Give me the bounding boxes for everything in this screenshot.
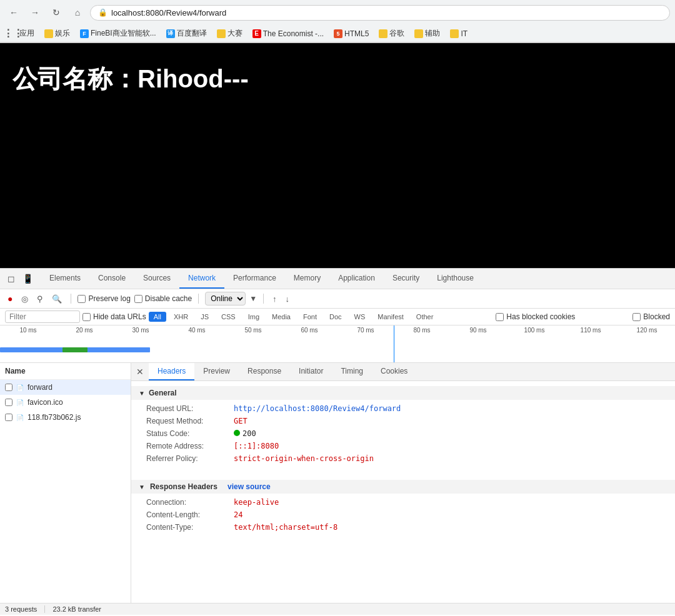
device-mode-button[interactable]: 📱 <box>20 272 36 285</box>
apps-icon: ⋮⋮ <box>9 29 18 38</box>
detail-tab-preview[interactable]: Preview <box>194 363 239 380</box>
preserve-log-text: Preserve log <box>88 294 130 303</box>
forward-button[interactable]: → <box>26 4 44 21</box>
tab-lighthouse[interactable]: Lighthouse <box>428 269 482 289</box>
record-button[interactable]: ● <box>5 292 15 305</box>
response-headers-header[interactable]: ▼ Response Headers view source <box>131 480 675 494</box>
bookmark-google[interactable]: 谷歌 <box>375 27 408 40</box>
file-checkbox-forward[interactable] <box>5 384 12 391</box>
file-checkbox-favicon[interactable] <box>5 399 12 406</box>
filter-other[interactable]: Other <box>411 312 439 322</box>
status-dot <box>234 430 240 436</box>
status-code-row: Status Code: 200 <box>146 427 668 440</box>
filter-js[interactable]: JS <box>196 312 214 322</box>
hide-data-urls-checkbox[interactable] <box>82 313 91 321</box>
bookmark-contest[interactable]: 大赛 <box>213 27 246 40</box>
bookmark-html5-label: HTML5 <box>344 29 369 38</box>
view-source-link[interactable]: view source <box>228 482 271 491</box>
preserve-log-label[interactable]: Preserve log <box>78 294 130 303</box>
request-url-value: http://localhost:8080/Review4/forward <box>234 404 401 413</box>
detail-tab-response[interactable]: Response <box>239 363 290 380</box>
tab-network[interactable]: Network <box>179 269 224 289</box>
browser-chrome: ← → ↻ ⌂ 🔒 localhost:8080/Review4/forward… <box>0 0 675 43</box>
tab-application[interactable]: Application <box>329 269 384 289</box>
home-button[interactable]: ⌂ <box>69 4 86 21</box>
bookmark-apps[interactable]: ⋮⋮ 应用 <box>5 27 38 40</box>
lock-icon: 🔒 <box>98 8 108 17</box>
detail-tab-cookies[interactable]: Cookies <box>372 363 416 380</box>
network-toolbar: ● ◎ ⚲ 🔍 Preserve log Disable cache Onlin… <box>0 289 675 309</box>
bookmark-apps-label: 应用 <box>19 28 34 39</box>
has-blocked-checkbox[interactable] <box>496 313 504 321</box>
search-button[interactable]: 🔍 <box>49 293 64 305</box>
bookmark-it[interactable]: IT <box>446 28 471 39</box>
blocked-checkbox[interactable] <box>632 313 641 321</box>
content-length-value: 24 <box>234 510 242 519</box>
tab-console[interactable]: Console <box>89 269 134 289</box>
export-button[interactable]: ↓ <box>283 293 292 305</box>
tab-performance[interactable]: Performance <box>224 269 285 289</box>
filter-font[interactable]: Font <box>298 312 322 322</box>
filter-doc[interactable]: Doc <box>324 312 347 322</box>
tl-80ms: 80 ms <box>394 327 450 334</box>
tab-security[interactable]: Security <box>384 269 428 289</box>
filter-xhr[interactable]: XHR <box>169 312 193 322</box>
tab-sources[interactable]: Sources <box>134 269 179 289</box>
bookmark-entertainment[interactable]: 娱乐 <box>41 27 74 40</box>
file-list: Name 📄 forward 📄 favicon.ico 📄 118.fb73b… <box>0 363 131 603</box>
reload-button[interactable]: ↻ <box>48 4 65 21</box>
bookmark-google-label: 谷歌 <box>389 28 404 39</box>
content-type-value: text/html;charset=utf-8 <box>234 523 338 532</box>
detail-tab-headers[interactable]: Headers <box>149 363 194 380</box>
has-blocked-text: Has blocked cookies <box>506 312 575 321</box>
bookmarks-bar: ⋮⋮ 应用 娱乐 F FineBI商业智能软... 译 百度翻译 大赛 E Th… <box>0 25 675 42</box>
import-button[interactable]: ↑ <box>270 293 279 305</box>
file-checkbox-js[interactable] <box>5 414 12 421</box>
hide-data-urls-text: Hide data URLs <box>93 312 146 321</box>
bookmark-it-label: IT <box>461 29 468 38</box>
preserve-log-checkbox[interactable] <box>78 295 86 303</box>
detail-tab-timing[interactable]: Timing <box>332 363 372 380</box>
filter-all[interactable]: All <box>149 312 166 322</box>
blocked-text: Blocked <box>643 312 670 321</box>
tab-elements[interactable]: Elements <box>41 269 89 289</box>
address-bar[interactable]: 🔒 localhost:8080/Review4/forward <box>90 5 670 21</box>
connection-value: keep-alive <box>234 498 279 507</box>
hide-data-urls-label[interactable]: Hide data URLs <box>82 312 146 321</box>
filter-manifest[interactable]: Manifest <box>372 312 409 322</box>
file-item-js[interactable]: 📄 118.fb73b062.js <box>0 410 131 425</box>
bookmark-economist[interactable]: E The Economist -... <box>249 28 328 39</box>
file-item-favicon[interactable]: 📄 favicon.ico <box>0 395 131 410</box>
bookmark-assist[interactable]: 辅助 <box>411 27 444 40</box>
bookmark-economist-label: The Economist -... <box>263 29 324 38</box>
bookmark-finebi[interactable]: F FineBI商业智能软... <box>76 27 160 40</box>
file-item-forward[interactable]: 📄 forward <box>0 380 131 395</box>
back-button[interactable]: ← <box>5 4 22 21</box>
bookmark-translate[interactable]: 译 百度翻译 <box>162 27 211 40</box>
disable-cache-label[interactable]: Disable cache <box>134 294 192 303</box>
bookmark-html5[interactable]: 5 HTML5 <box>330 28 372 39</box>
remote-address-label: Remote Address: <box>146 442 234 450</box>
throttle-select[interactable]: Online <box>205 292 246 306</box>
tab-memory[interactable]: Memory <box>285 269 329 289</box>
filter-ws[interactable]: WS <box>349 312 371 322</box>
html5-icon: 5 <box>334 29 342 38</box>
status-sep <box>44 605 45 613</box>
general-section-header[interactable]: ▼ General <box>131 386 675 400</box>
nav-bar: ← → ↻ ⌂ 🔒 localhost:8080/Review4/forward <box>0 0 675 25</box>
detail-tab-initiator[interactable]: Initiator <box>290 363 332 380</box>
filter-input[interactable] <box>5 310 80 323</box>
status-code-label: Status Code: <box>146 429 234 438</box>
filter-toggle-button[interactable]: ⚲ <box>34 293 46 305</box>
filter-media[interactable]: Media <box>267 312 296 322</box>
disable-cache-checkbox[interactable] <box>134 295 142 303</box>
inspect-element-button[interactable]: ◻ <box>5 272 18 285</box>
general-title: General <box>149 389 177 397</box>
detail-close-button[interactable]: ✕ <box>131 364 149 379</box>
clear-button[interactable]: ◎ <box>19 293 31 305</box>
request-method-value: GET <box>234 417 248 425</box>
filter-img[interactable]: Img <box>243 312 264 322</box>
finebi-icon: F <box>80 29 89 38</box>
filter-css[interactable]: CSS <box>216 312 241 322</box>
timeline-bar: 10 ms 20 ms 30 ms 40 ms 50 ms 60 ms 70 m… <box>0 325 675 363</box>
